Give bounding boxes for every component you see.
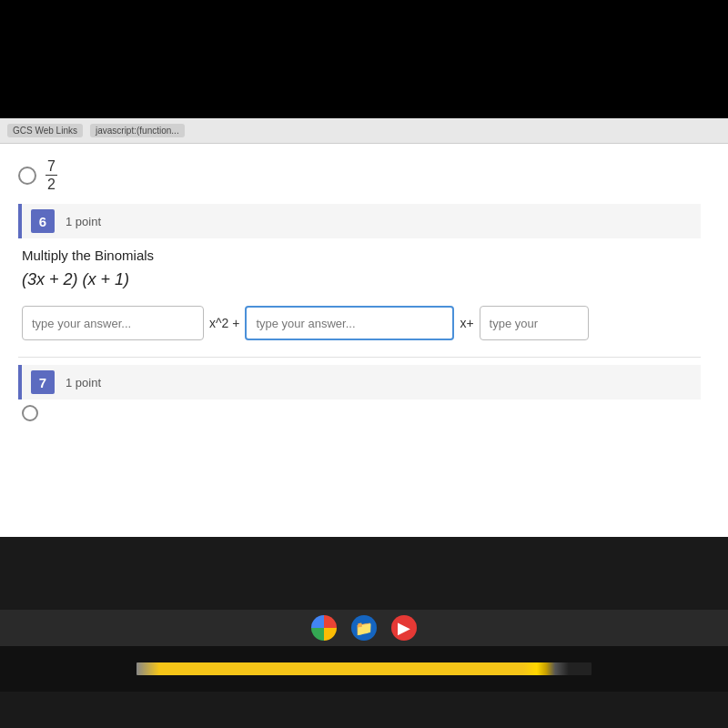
pencil (136, 662, 592, 675)
prev-question-answer: 7 2 (18, 153, 701, 193)
question7-radio[interactable] (22, 405, 38, 421)
x-plus-label: x+ (460, 316, 473, 330)
question7-number: 7 (31, 370, 55, 394)
browser-tab-js[interactable]: javascript:(function... (90, 124, 185, 137)
question7-points: 1 point (66, 376, 101, 389)
black-bar-top (0, 0, 728, 118)
answer-input-2[interactable] (245, 306, 454, 340)
question6-number: 6 (31, 209, 55, 233)
taskbar-files-icon[interactable]: 📁 (351, 615, 377, 641)
taskbar-play-icon[interactable]: ▶ (391, 615, 417, 641)
answer-input-1[interactable] (22, 306, 204, 340)
fraction-numerator: 7 (46, 157, 57, 176)
section-divider (18, 357, 701, 358)
browser-tab-gcs[interactable]: GCS Web Links (7, 124, 83, 137)
content-area: 7 2 6 1 point Multiply the Binomials (3x… (0, 144, 728, 537)
question6-header: 6 1 point (18, 204, 701, 238)
screen: GCS Web Links javascript:(function... 7 … (0, 118, 728, 537)
answer-row: x^2 + x+ (22, 306, 701, 340)
question6-title: Multiply the Binomials (22, 248, 701, 263)
x-squared-label: x^2 + (209, 316, 239, 330)
taskbar: 📁 ▶ (0, 610, 728, 646)
fraction-display: 7 2 (46, 157, 57, 193)
question6-points: 1 point (66, 215, 101, 228)
pencil-area (0, 646, 728, 692)
fraction-denominator: 2 (46, 176, 57, 193)
prev-radio[interactable] (18, 167, 36, 185)
taskbar-chrome-icon[interactable] (311, 615, 337, 641)
browser-bar: GCS Web Links javascript:(function... (0, 118, 728, 144)
math-expression: (3x + 2) (x + 1) (22, 270, 701, 289)
question7-header: 7 1 point (18, 365, 701, 399)
black-bar-bottom: 📁 ▶ (0, 537, 728, 728)
answer-input-3[interactable] (480, 306, 589, 340)
